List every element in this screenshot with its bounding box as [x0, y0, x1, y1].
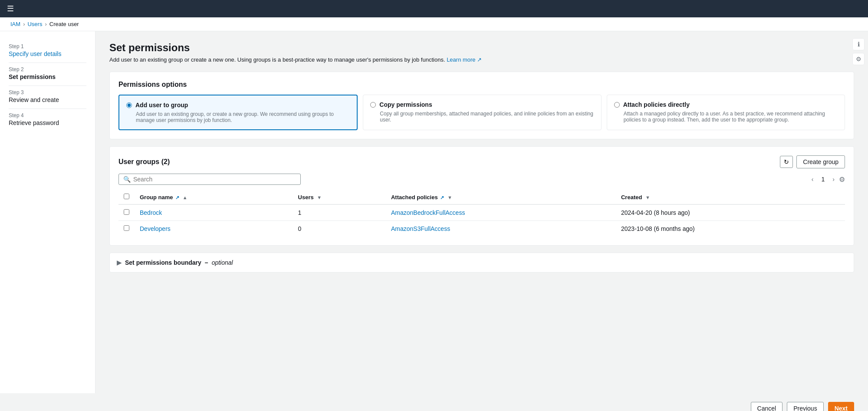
option-copy-permissions[interactable]: Copy permissions Copy all group membersh… [363, 95, 601, 130]
row2-checkbox[interactable] [124, 225, 129, 231]
option-add-to-group-header: Add user to group [126, 102, 350, 109]
row1-policy-link[interactable]: AmazonBedrockFullAccess [391, 209, 465, 216]
permissions-options-card: Permissions options Add user to group Ad… [109, 72, 854, 139]
step-4: Step 4 Retrieve password [0, 109, 95, 132]
search-input[interactable] [133, 176, 296, 183]
permissions-boundary-optional: optional [212, 259, 233, 266]
table-row: Bedrock 1 AmazonBedrockFullAccess 2024-0… [118, 204, 845, 221]
create-group-button[interactable]: Create group [796, 155, 845, 168]
breadcrumb-sep-2: › [45, 21, 46, 27]
select-all-col [118, 190, 135, 204]
row2-group-name: Developers [135, 221, 293, 237]
option-attach-directly-desc: Attach a managed policy directly to a us… [614, 111, 838, 123]
col-users[interactable]: Users ▼ [293, 190, 386, 204]
option-attach-directly-radio[interactable] [614, 102, 620, 108]
sort-icon-created: ▼ [645, 195, 650, 200]
permissions-options-title: Permissions options [118, 81, 845, 89]
row1-users: 1 [293, 204, 386, 221]
next-page-button[interactable]: › [830, 174, 837, 184]
step-3-name: Review and create [9, 96, 59, 103]
breadcrumb: IAM › Users › Create user [0, 17, 868, 31]
settings-panel-button[interactable]: ⚙ [852, 53, 865, 65]
step-4-label: Step 4 [9, 112, 86, 118]
main-content: Set permissions Add user to an existing … [95, 31, 868, 393]
prev-page-button[interactable]: ‹ [809, 174, 816, 184]
expand-arrow-icon: ▶ [117, 259, 122, 266]
row1-group-name: Bedrock [135, 204, 293, 221]
gear-icon: ⚙ [856, 56, 861, 62]
info-icon: ℹ [858, 41, 860, 48]
col-created[interactable]: Created ▼ [616, 190, 845, 204]
step-3-label: Step 3 [9, 89, 86, 95]
col-attached-policies[interactable]: Attached policies ↗ ▼ [386, 190, 616, 204]
breadcrumb-users[interactable]: Users [27, 21, 42, 27]
row1-created: 2024-04-20 (8 hours ago) [616, 204, 845, 221]
user-groups-card: User groups (2) ↻ Create group 🔍 ‹ 1 › ⚙ [109, 146, 854, 246]
breadcrumb-sep-1: › [23, 21, 25, 27]
step-3: Step 3 Review and create [0, 86, 95, 109]
sidebar: Step 1 Specify user details Step 2 Set p… [0, 31, 95, 393]
option-add-to-group-label: Add user to group [135, 102, 188, 109]
option-copy-permissions-header: Copy permissions [370, 101, 594, 108]
settings-icon[interactable]: ⚙ [839, 175, 845, 184]
select-all-checkbox[interactable] [124, 194, 129, 199]
step-1-label: Step 1 [9, 43, 86, 49]
search-icon: 🔍 [123, 176, 131, 183]
info-icon-button[interactable]: ℹ [852, 38, 865, 50]
permissions-boundary-header[interactable]: ▶ Set permissions boundary – optional [117, 259, 847, 266]
option-copy-permissions-desc: Copy all group memberships, attached man… [370, 111, 594, 123]
row2-users: 0 [293, 221, 386, 237]
step-4-name: Retrieve password [9, 119, 59, 126]
permissions-boundary-label: Set permissions boundary [125, 259, 201, 266]
option-attach-directly-label: Attach policies directly [623, 101, 690, 108]
table-header-row: Group name ↗ ▲ Users ▼ Attached policies… [118, 190, 845, 204]
step-2-label: Step 2 [9, 66, 86, 72]
user-groups-header: User groups (2) ↻ Create group [118, 155, 845, 168]
option-copy-permissions-label: Copy permissions [379, 101, 432, 108]
learn-more-link[interactable]: Learn more ↗ [447, 56, 482, 63]
option-attach-directly-header: Attach policies directly [614, 101, 838, 108]
previous-button[interactable]: Previous [787, 402, 823, 411]
row1-policy: AmazonBedrockFullAccess [386, 204, 616, 221]
page-number: 1 [818, 174, 829, 184]
sort-icon-policies: ▼ [447, 195, 452, 200]
breadcrumb-current: Create user [49, 21, 79, 27]
step-1-name[interactable]: Specify user details [9, 50, 61, 57]
refresh-button[interactable]: ↻ [780, 156, 793, 168]
option-add-to-group-radio[interactable] [126, 102, 132, 108]
step-1: Step 1 Specify user details [0, 40, 95, 62]
search-pagination-row: 🔍 ‹ 1 › ⚙ [118, 174, 845, 185]
col-group-name[interactable]: Group name ↗ ▲ [135, 190, 293, 204]
row2-policy-link[interactable]: AmazonS3FullAccess [391, 225, 450, 232]
row1-checkbox[interactable] [124, 209, 129, 215]
row2-checkbox-cell [118, 221, 135, 237]
cancel-button[interactable]: Cancel [751, 402, 783, 411]
user-groups-title: User groups (2) [118, 158, 170, 166]
user-groups-table: Group name ↗ ▲ Users ▼ Attached policies… [118, 190, 845, 237]
row2-created: 2023-10-08 (6 months ago) [616, 221, 845, 237]
next-button[interactable]: Next [828, 402, 854, 411]
pagination: ‹ 1 › ⚙ [809, 174, 845, 184]
step-2: Step 2 Set permissions [0, 63, 95, 85]
table-row: Developers 0 AmazonS3FullAccess 2023-10-… [118, 221, 845, 237]
option-attach-directly[interactable]: Attach policies directly Attach a manage… [607, 95, 845, 130]
top-bar: ☰ [0, 0, 868, 17]
search-box[interactable]: 🔍 [118, 174, 301, 185]
permissions-boundary-dash: – [205, 259, 208, 266]
step-2-name: Set permissions [9, 73, 56, 80]
hamburger-icon[interactable]: ☰ [7, 4, 14, 13]
right-panel: ℹ ⚙ [849, 35, 868, 69]
user-groups-actions: ↻ Create group [780, 155, 845, 168]
row2-group-link[interactable]: Developers [140, 225, 171, 232]
breadcrumb-iam[interactable]: IAM [10, 21, 20, 27]
external-link-icon-1: ↗ [175, 195, 179, 200]
option-add-to-group-desc: Add user to an existing group, or create… [126, 111, 350, 123]
permissions-boundary: ▶ Set permissions boundary – optional [109, 253, 854, 273]
option-copy-permissions-radio[interactable] [370, 102, 376, 108]
external-link-icon-2: ↗ [440, 195, 444, 200]
option-add-to-group[interactable]: Add user to group Add user to an existin… [118, 95, 358, 130]
row1-checkbox-cell [118, 204, 135, 221]
sort-icon-users: ▼ [317, 195, 322, 200]
permissions-options-list: Add user to group Add user to an existin… [118, 95, 845, 130]
row1-group-link[interactable]: Bedrock [140, 209, 162, 216]
